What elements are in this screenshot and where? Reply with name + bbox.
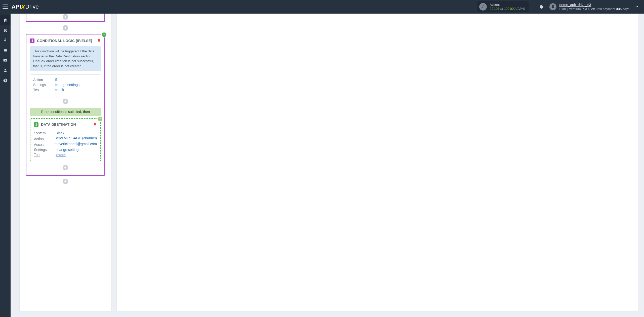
nested-link-settings[interactable]: change settings	[56, 148, 80, 152]
delete-step-button[interactable]	[97, 38, 101, 43]
detail-panel	[117, 14, 638, 311]
nested-card-title: DATA DESTINATION	[41, 123, 76, 127]
info-icon: i	[479, 3, 487, 11]
add-step-button[interactable]: +	[63, 25, 68, 31]
nested-label-system: System	[34, 131, 52, 135]
link-action-if[interactable]: If	[55, 78, 57, 82]
page: + + 4 CONDITIONAL LOGIC (IF/ELSE) This c…	[11, 14, 644, 317]
workflow-panel: + + 4 CONDITIONAL LOGIC (IF/ELSE) This c…	[20, 14, 111, 311]
menu-toggle[interactable]	[3, 5, 8, 9]
nested-link-access[interactable]: maverickandrii@gmail.com	[55, 142, 97, 146]
nested-label-test: Test	[34, 153, 52, 157]
nav-home-icon[interactable]	[0, 15, 11, 25]
nested-link-action[interactable]: Send MESSAGE (channel)	[55, 136, 97, 140]
nested-link-system[interactable]: Slack	[56, 131, 64, 135]
actions-usage[interactable]: i Actions: 22'107 of 100'000 (22%)	[477, 1, 529, 13]
nested-delete-button[interactable]	[93, 122, 97, 127]
nested-status-check-icon	[97, 116, 103, 122]
plan-line: Plan |Premium PRO| left until payment 33…	[559, 7, 630, 11]
logo-x: X	[21, 4, 25, 10]
logo-api: API	[12, 4, 21, 10]
nav-video-icon[interactable]	[0, 55, 11, 65]
nav-profile-icon[interactable]	[0, 65, 11, 75]
nav-billing-icon[interactable]	[0, 35, 11, 45]
nested-label-action: Action	[34, 137, 51, 141]
username: demo_apix-drive_s3	[559, 3, 630, 7]
actions-text: Actions: 22'107 of 100'000 (22%)	[490, 3, 525, 11]
add-inner-step-button[interactable]: +	[63, 99, 68, 104]
card-header: 4 CONDITIONAL LOGIC (IF/ELSE)	[30, 38, 101, 43]
prev-card-remnant: +	[26, 14, 105, 22]
user-menu-toggle[interactable]	[635, 4, 639, 10]
add-after-nested-button[interactable]: +	[63, 165, 68, 170]
step-number: 4	[30, 38, 34, 43]
logo[interactable]: APIXDrive	[12, 4, 39, 10]
actions-limit: 100'000	[504, 7, 515, 11]
nav-connections-icon[interactable]	[0, 25, 11, 35]
link-check[interactable]: check	[55, 88, 64, 92]
nav-briefcase-icon[interactable]	[0, 45, 11, 55]
nested-link-check[interactable]: check	[56, 153, 66, 157]
nested-label-settings: Settings	[34, 148, 52, 152]
actions-of: of	[500, 7, 503, 11]
card-conditional-logic: 4 CONDITIONAL LOGIC (IF/ELSE) This condi…	[26, 34, 105, 176]
link-change-settings[interactable]: change settings	[55, 83, 79, 87]
actions-used: 22'107	[490, 7, 500, 11]
label-test: Test	[33, 88, 51, 92]
avatar-icon[interactable]	[549, 3, 556, 10]
condition-description: This condition will be triggered if the …	[30, 46, 101, 71]
status-check-icon	[101, 32, 107, 37]
add-between-2: +	[26, 179, 105, 184]
actions-pct: (22%)	[516, 7, 525, 11]
label-settings: Settings	[33, 83, 51, 87]
nested-step-number: 1	[34, 122, 38, 127]
logo-drive: Drive	[25, 4, 39, 10]
nav-help-icon[interactable]	[0, 75, 11, 86]
nested-data-destination: 1 DATA DESTINATION System Slack Action	[30, 118, 101, 161]
notifications-icon[interactable]	[539, 4, 544, 9]
user-block[interactable]: demo_apix-drive_s3 Plan |Premium PRO| le…	[559, 3, 630, 11]
label-action: Action	[33, 78, 51, 82]
card-title: CONDITIONAL LOGIC (IF/ELSE)	[37, 39, 92, 43]
add-between-1: +	[26, 25, 105, 31]
add-step-inner[interactable]: +	[63, 14, 68, 20]
topbar: APIXDrive i Actions: 22'107 of 100'000 (…	[0, 0, 644, 14]
condition-settings: Action If Settings change settings Test …	[30, 74, 101, 95]
condition-true-band: if the condition is satisfied, then	[30, 108, 101, 116]
left-rail	[0, 14, 11, 317]
actions-label: Actions:	[490, 3, 525, 7]
add-step-button-2[interactable]: +	[63, 179, 68, 184]
nested-label-access: Access	[34, 143, 51, 147]
